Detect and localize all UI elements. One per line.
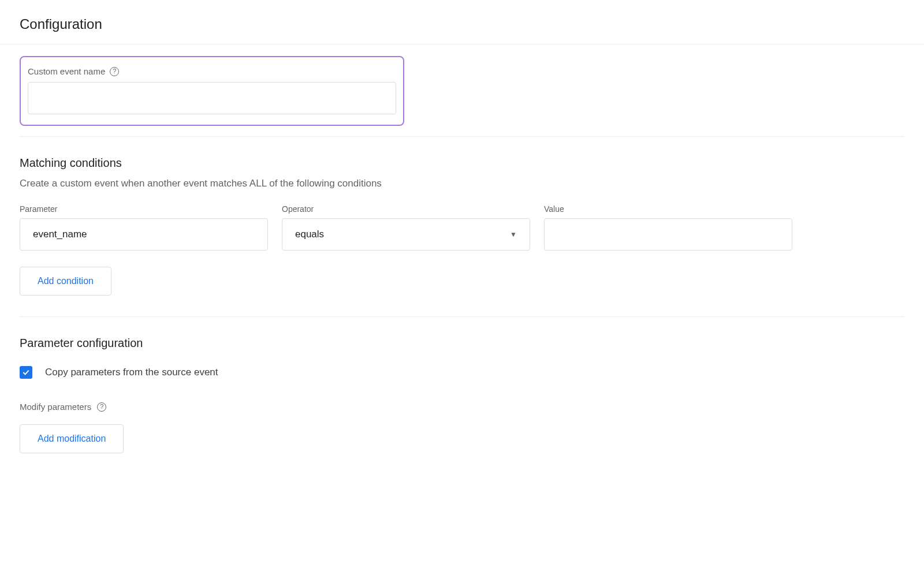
condition-row: Parameter Operator equals ▼ Value	[20, 204, 904, 251]
checkmark-icon	[21, 368, 31, 377]
copy-parameters-row: Copy parameters from the source event	[20, 366, 904, 379]
custom-event-label-row: Custom event name ?	[28, 66, 396, 76]
content-area: Custom event name ? Matching conditions …	[0, 44, 924, 476]
parameter-column: Parameter	[20, 204, 268, 251]
add-condition-button[interactable]: Add condition	[20, 267, 111, 296]
parameter-configuration-heading: Parameter configuration	[20, 337, 904, 350]
custom-event-name-highlight: Custom event name ?	[20, 56, 404, 126]
copy-parameters-checkbox[interactable]	[20, 366, 32, 379]
add-modification-button[interactable]: Add modification	[20, 424, 124, 453]
chevron-down-icon: ▼	[510, 230, 517, 238]
modify-parameters-row: Modify parameters ?	[20, 402, 904, 412]
value-column: Value	[544, 204, 792, 251]
operator-selected-value: equals	[295, 229, 324, 240]
section-divider	[20, 136, 904, 137]
help-icon[interactable]: ?	[97, 402, 106, 412]
section-divider	[20, 316, 904, 317]
value-input[interactable]	[544, 218, 792, 251]
custom-event-name-input[interactable]	[28, 82, 396, 114]
modify-parameters-label: Modify parameters	[20, 402, 91, 412]
value-column-label: Value	[544, 204, 792, 214]
parameter-column-label: Parameter	[20, 204, 268, 214]
operator-column-label: Operator	[282, 204, 530, 214]
custom-event-name-label: Custom event name	[28, 66, 105, 76]
copy-parameters-label: Copy parameters from the source event	[45, 367, 218, 378]
matching-conditions-heading: Matching conditions	[20, 156, 904, 170]
operator-column: Operator equals ▼	[282, 204, 530, 251]
help-icon[interactable]: ?	[110, 67, 119, 76]
page-title: Configuration	[0, 0, 924, 44]
parameter-input[interactable]	[20, 218, 268, 251]
matching-conditions-description: Create a custom event when another event…	[20, 178, 904, 189]
operator-select[interactable]: equals ▼	[282, 218, 530, 251]
